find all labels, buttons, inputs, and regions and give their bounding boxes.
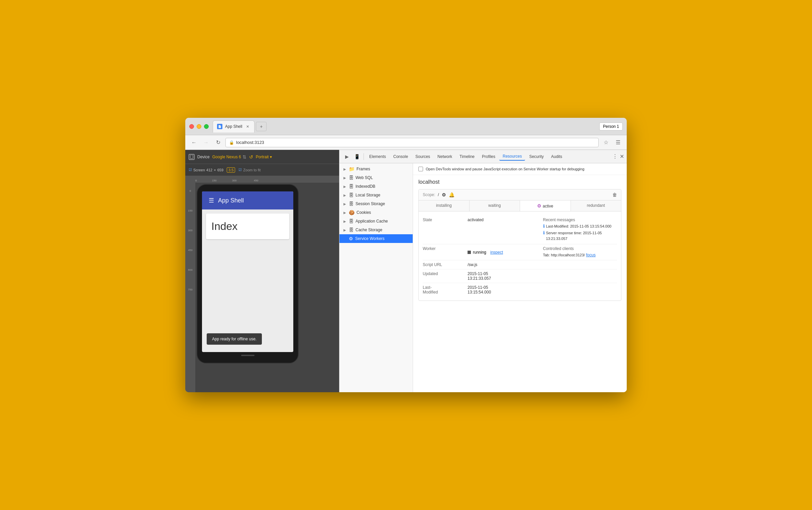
main-content: Device Google Nexus 6 ⇅ ↺ Portrait ▾ ☑ S… [185,150,627,392]
minimize-button[interactable] [197,124,201,129]
forward-button[interactable]: → [201,138,211,147]
devtools-close-button[interactable]: ✕ [620,153,624,160]
appcache-icon: 🗄 [349,219,354,224]
cursor-icon-btn[interactable]: ▶ [342,152,352,161]
tab-console[interactable]: Console [390,153,411,160]
sidebar-item-indexeddb[interactable]: ▶ 🗄 IndexedDB [339,182,413,191]
sidebar-item-websql[interactable]: ▶ 🗄 Web SQL [339,173,413,182]
sw-debug-checkbox[interactable] [418,167,423,171]
traffic-lights [189,124,209,129]
device-toolbar: Device Google Nexus 6 ⇅ ↺ Portrait ▾ [185,150,339,164]
tab-network[interactable]: Network [434,153,455,160]
sw-inspect-link[interactable]: inspect [490,250,503,255]
bookmark-button[interactable]: ☆ [601,138,611,147]
sw-tab-active[interactable]: ⚙ active [520,200,571,211]
sw-tab-installing[interactable]: installing [419,200,470,211]
sw-tab-waiting[interactable]: waiting [470,200,520,211]
ruler-left-mark-450: 450 [185,249,195,252]
ruler-left: 0 150 300 450 600 750 [185,176,195,392]
tab-label: App Shell [225,124,242,129]
app-header: ☰ App Shell [202,191,293,209]
tab-bar: 📄 App Shell ✕ + [213,120,599,133]
appcache-label: Application Cache [356,219,388,224]
tab-security[interactable]: Security [526,153,547,160]
frames-arrow-icon: ▶ [343,167,347,171]
mobile-icon-btn[interactable]: 📱 [352,152,362,161]
svg-rect-1 [191,158,192,159]
screen-height: 659 [217,168,223,172]
tab-elements[interactable]: Elements [366,153,389,160]
tab-audits[interactable]: Audits [548,153,566,160]
snackbar: App ready for offline use. [207,333,262,345]
resources-sidebar: ▶ 📁 Frames ▶ 🗄 Web SQL ▶ 🗄 IndexedDB [339,163,413,392]
sidebar-item-cachestorage[interactable]: ▶ 🗄 Cache Storage [339,226,413,234]
sw-focus-link[interactable]: focus [586,253,596,257]
maximize-button[interactable] [204,124,209,129]
sessionstorage-icon: 🗄 [349,201,354,206]
sw-client-text: Tab: http://localhost:3123/ [543,253,585,257]
tab-resources[interactable]: Resources [499,152,525,161]
refresh-button[interactable]: ↻ [213,138,223,147]
localstorage-arrow-icon: ▶ [343,193,347,197]
menu-button[interactable]: ☰ [613,138,623,147]
device-selector[interactable]: Google Nexus 6 ⇅ [212,154,246,160]
tab-close-button[interactable]: ✕ [245,124,250,129]
sidebar-item-cookies[interactable]: ▶ 🍪 Cookies [339,208,413,217]
sw-delete-button[interactable]: 🗑 [612,192,617,197]
sidebar-item-serviceworkers[interactable]: ⚙ Service Workers [339,234,413,243]
title-bar: 📄 App Shell ✕ + Person 1 [185,118,627,135]
sw-script-label: Script URL [423,262,466,267]
close-button[interactable] [189,124,194,129]
tab-timeline[interactable]: Timeline [456,153,478,160]
active-tab[interactable]: 📄 App Shell ✕ [213,120,254,133]
sw-info-icon-1: ℹ [543,224,545,229]
more-tabs-button[interactable]: ⋮ [612,153,618,160]
localstorage-label: Local Storage [356,193,380,197]
tab-sources[interactable]: Sources [412,153,433,160]
serviceworkers-icon: ⚙ [349,236,353,241]
lock-icon: 🔒 [229,140,234,145]
new-tab-button[interactable]: + [256,122,267,131]
sw-gear-icon[interactable]: ⚙ [442,192,446,197]
sw-state-value: activated [468,218,542,242]
screen-info: ☑ Screen 412 × 659 [189,168,223,172]
person-button[interactable]: Person 1 [599,122,623,131]
sw-worker-label: Worker [423,246,466,258]
ruler-top: 0 150 300 450 [195,176,339,183]
sidebar-item-frames[interactable]: ▶ 📁 Frames [339,165,413,173]
sw-host-section: localhost Scope: / ⚙ 🔔 🗑 [413,175,627,305]
sw-client-row: Tab: http://localhost:3123/ focus [543,252,618,258]
sw-stop-button[interactable] [468,251,471,254]
device-viewport: 0 150 300 450 0 150 300 450 600 750 [185,176,339,392]
sw-tab-redundant-label: redundant [587,203,605,208]
orientation-select[interactable]: Portrait ▾ [256,154,272,159]
sidebar-item-sessionstorage[interactable]: ▶ 🗄 Session Storage [339,199,413,208]
serviceworkers-label: Service Workers [355,236,385,241]
sidebar-item-appcache[interactable]: ▶ 🗄 Application Cache [339,217,413,226]
localstorage-icon: 🗄 [349,192,354,198]
sidebar-item-localstorage[interactable]: ▶ 🗄 Local Storage [339,191,413,199]
dpr-badge: 3.5 [227,167,235,173]
back-button[interactable]: ← [189,138,199,147]
home-bar [241,355,254,356]
address-bar[interactable]: 🔒 localhost:3123 [225,138,599,147]
sw-tab-redundant[interactable]: redundant [571,200,621,211]
device-mode-icon [189,154,194,160]
sw-msg1-row: ℹ Last-Modified: 2015-11-05 13:15:54.000 [543,224,618,230]
sw-tab-active-label: active [543,204,553,208]
sw-bell-icon[interactable]: 🔔 [449,192,454,197]
sw-scope-value: / [438,192,439,197]
tab-separator [363,153,364,160]
cachestorage-arrow-icon: ▶ [343,228,347,232]
sw-worker-card: Scope: / ⚙ 🔔 🗑 installing [418,189,621,301]
sw-tab-waiting-label: waiting [488,203,501,208]
cookies-label: Cookies [357,210,371,215]
sw-lastmodified-value: 2015-11-05 13:15:54.000 [468,285,542,294]
content-card: Index [206,214,289,239]
ruler-left-mark-750: 750 [185,288,195,291]
ruler-mark-0: 0 [195,179,197,182]
websql-icon: 🗄 [349,175,354,180]
rotate-button[interactable]: ↺ [249,154,253,160]
ruler-left-mark-150: 150 [185,209,195,212]
tab-profiles[interactable]: Profiles [479,153,499,160]
